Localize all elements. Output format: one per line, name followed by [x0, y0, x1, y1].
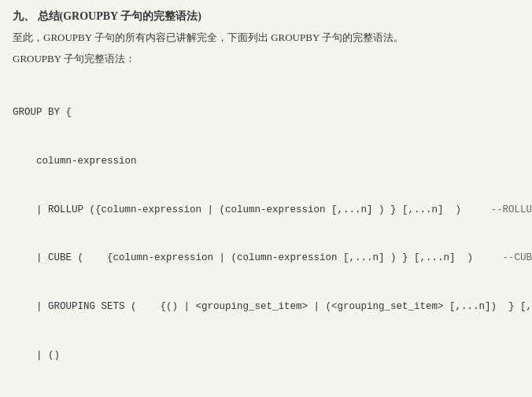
syntax-line-6: | () — [13, 347, 519, 364]
section-title: 九、 总结(GROUPBY 子句的完整语法) — [13, 9, 519, 24]
intro-paragraph: 至此，GROUPBY 子句的所有内容已讲解完全，下面列出 GROUPBY 子句的… — [13, 30, 519, 46]
syntax-line-2: column-expression — [13, 153, 519, 170]
syntax-line-1: GROUP BY { — [13, 105, 519, 121]
syntax-line-4: | CUBE ( {column-expression | (column-ex… — [13, 250, 519, 267]
syntax-line-3: | ROLLUP ({column-expression | (column-e… — [13, 202, 519, 219]
syntax-label: GROUPBY 子句完整语法： — [13, 51, 519, 68]
syntax-line-5: | GROUPING SETS ( {() | <grouping_set_it… — [13, 299, 519, 315]
syntax-block: GROUP BY { column-expression | ROLLUP ({… — [13, 72, 519, 397]
